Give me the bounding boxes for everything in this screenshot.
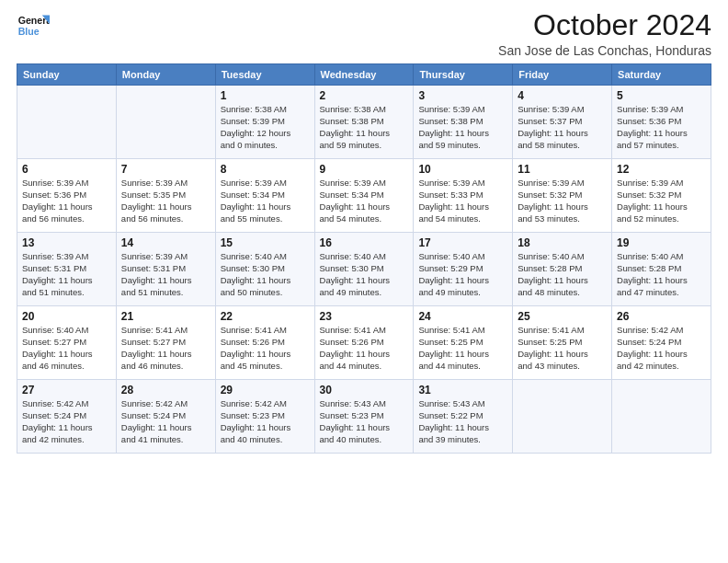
day-info: Sunrise: 5:39 AM Sunset: 5:37 PM Dayligh… — [518, 104, 607, 151]
col-header-tuesday: Tuesday — [215, 64, 314, 86]
day-number: 7 — [121, 163, 210, 176]
header-row: SundayMondayTuesdayWednesdayThursdayFrid… — [17, 64, 711, 86]
calendar-cell: 8Sunrise: 5:39 AM Sunset: 5:34 PM Daylig… — [215, 159, 314, 233]
calendar-cell: 27Sunrise: 5:42 AM Sunset: 5:24 PM Dayli… — [17, 380, 117, 454]
day-number: 22 — [221, 310, 310, 323]
col-header-thursday: Thursday — [414, 64, 513, 86]
day-info: Sunrise: 5:42 AM Sunset: 5:24 PM Dayligh… — [617, 325, 706, 372]
calendar-cell: 21Sunrise: 5:41 AM Sunset: 5:27 PM Dayli… — [116, 306, 215, 380]
day-number: 28 — [121, 384, 210, 396]
day-number: 1 — [221, 89, 310, 102]
col-header-monday: Monday — [116, 64, 215, 86]
day-number: 3 — [418, 89, 507, 102]
day-number: 21 — [121, 310, 210, 323]
day-number: 4 — [518, 89, 607, 102]
day-info: Sunrise: 5:40 AM Sunset: 5:28 PM Dayligh… — [617, 251, 706, 298]
calendar-cell: 29Sunrise: 5:42 AM Sunset: 5:23 PM Dayli… — [215, 380, 314, 454]
day-number: 24 — [418, 310, 507, 323]
calendar-cell: 31Sunrise: 5:43 AM Sunset: 5:22 PM Dayli… — [414, 380, 513, 454]
calendar-cell: 1Sunrise: 5:38 AM Sunset: 5:39 PM Daylig… — [215, 86, 314, 159]
calendar-cell: 16Sunrise: 5:40 AM Sunset: 5:30 PM Dayli… — [314, 233, 414, 306]
week-row-4: 27Sunrise: 5:42 AM Sunset: 5:24 PM Dayli… — [17, 380, 711, 454]
day-info: Sunrise: 5:40 AM Sunset: 5:30 PM Dayligh… — [221, 251, 310, 298]
day-info: Sunrise: 5:39 AM Sunset: 5:31 PM Dayligh… — [22, 251, 111, 298]
week-row-3: 20Sunrise: 5:40 AM Sunset: 5:27 PM Dayli… — [17, 306, 711, 380]
day-info: Sunrise: 5:40 AM Sunset: 5:28 PM Dayligh… — [518, 251, 607, 298]
day-info: Sunrise: 5:40 AM Sunset: 5:27 PM Dayligh… — [22, 325, 111, 372]
calendar-cell: 14Sunrise: 5:39 AM Sunset: 5:31 PM Dayli… — [116, 233, 215, 306]
day-number: 26 — [617, 310, 706, 323]
day-number: 19 — [617, 236, 706, 249]
calendar-cell: 28Sunrise: 5:42 AM Sunset: 5:24 PM Dayli… — [116, 380, 215, 454]
day-info: Sunrise: 5:39 AM Sunset: 5:36 PM Dayligh… — [22, 178, 111, 224]
calendar-cell: 30Sunrise: 5:43 AM Sunset: 5:23 PM Dayli… — [314, 380, 414, 454]
week-row-0: 1Sunrise: 5:38 AM Sunset: 5:39 PM Daylig… — [17, 86, 711, 159]
col-header-friday: Friday — [513, 64, 612, 86]
day-number: 27 — [22, 384, 111, 396]
day-info: Sunrise: 5:43 AM Sunset: 5:23 PM Dayligh… — [320, 398, 409, 445]
day-number: 25 — [518, 310, 607, 323]
day-info: Sunrise: 5:39 AM Sunset: 5:33 PM Dayligh… — [418, 178, 507, 224]
calendar-cell: 18Sunrise: 5:40 AM Sunset: 5:28 PM Dayli… — [513, 233, 612, 306]
day-number: 6 — [22, 163, 111, 176]
calendar-cell: 19Sunrise: 5:40 AM Sunset: 5:28 PM Dayli… — [612, 233, 711, 306]
day-info: Sunrise: 5:39 AM Sunset: 5:32 PM Dayligh… — [617, 178, 706, 224]
calendar-cell: 22Sunrise: 5:41 AM Sunset: 5:26 PM Dayli… — [215, 306, 314, 380]
day-info: Sunrise: 5:42 AM Sunset: 5:24 PM Dayligh… — [22, 398, 111, 445]
day-info: Sunrise: 5:41 AM Sunset: 5:26 PM Dayligh… — [221, 325, 310, 372]
col-header-saturday: Saturday — [612, 64, 711, 86]
logo: General Blue — [17, 9, 50, 42]
svg-text:Blue: Blue — [18, 26, 40, 37]
day-info: Sunrise: 5:42 AM Sunset: 5:23 PM Dayligh… — [221, 398, 310, 445]
calendar-cell: 7Sunrise: 5:39 AM Sunset: 5:35 PM Daylig… — [116, 159, 215, 233]
day-number: 15 — [221, 236, 310, 249]
day-info: Sunrise: 5:38 AM Sunset: 5:39 PM Dayligh… — [221, 104, 310, 151]
day-number: 8 — [221, 163, 310, 176]
calendar-cell — [116, 86, 215, 159]
day-info: Sunrise: 5:39 AM Sunset: 5:35 PM Dayligh… — [121, 178, 210, 224]
header: General Blue October 2024 San Jose de La… — [17, 9, 711, 58]
day-info: Sunrise: 5:41 AM Sunset: 5:25 PM Dayligh… — [418, 325, 507, 372]
day-number: 17 — [418, 236, 507, 249]
calendar-cell: 24Sunrise: 5:41 AM Sunset: 5:25 PM Dayli… — [414, 306, 513, 380]
day-info: Sunrise: 5:39 AM Sunset: 5:31 PM Dayligh… — [121, 251, 210, 298]
day-info: Sunrise: 5:39 AM Sunset: 5:34 PM Dayligh… — [221, 178, 310, 224]
week-row-2: 13Sunrise: 5:39 AM Sunset: 5:31 PM Dayli… — [17, 233, 711, 306]
day-info: Sunrise: 5:39 AM Sunset: 5:34 PM Dayligh… — [320, 178, 409, 224]
day-number: 13 — [22, 236, 111, 249]
day-number: 5 — [617, 89, 706, 102]
col-header-wednesday: Wednesday — [314, 64, 414, 86]
day-info: Sunrise: 5:43 AM Sunset: 5:22 PM Dayligh… — [418, 398, 507, 445]
day-info: Sunrise: 5:42 AM Sunset: 5:24 PM Dayligh… — [121, 398, 210, 445]
day-info: Sunrise: 5:40 AM Sunset: 5:30 PM Dayligh… — [320, 251, 409, 298]
day-number: 2 — [320, 89, 409, 102]
day-info: Sunrise: 5:39 AM Sunset: 5:36 PM Dayligh… — [617, 104, 706, 151]
day-info: Sunrise: 5:40 AM Sunset: 5:29 PM Dayligh… — [418, 251, 507, 298]
day-number: 12 — [617, 163, 706, 176]
calendar-cell: 10Sunrise: 5:39 AM Sunset: 5:33 PM Dayli… — [414, 159, 513, 233]
calendar-cell: 25Sunrise: 5:41 AM Sunset: 5:25 PM Dayli… — [513, 306, 612, 380]
calendar-cell: 12Sunrise: 5:39 AM Sunset: 5:32 PM Dayli… — [612, 159, 711, 233]
logo-icon: General Blue — [17, 9, 50, 42]
calendar-cell: 15Sunrise: 5:40 AM Sunset: 5:30 PM Dayli… — [215, 233, 314, 306]
calendar-cell: 20Sunrise: 5:40 AM Sunset: 5:27 PM Dayli… — [17, 306, 117, 380]
col-header-sunday: Sunday — [17, 64, 117, 86]
day-info: Sunrise: 5:41 AM Sunset: 5:25 PM Dayligh… — [518, 325, 607, 372]
day-number: 11 — [518, 163, 607, 176]
day-info: Sunrise: 5:39 AM Sunset: 5:38 PM Dayligh… — [418, 104, 507, 151]
day-number: 30 — [320, 384, 409, 396]
calendar-cell: 13Sunrise: 5:39 AM Sunset: 5:31 PM Dayli… — [17, 233, 117, 306]
day-number: 9 — [320, 163, 409, 176]
calendar-cell: 2Sunrise: 5:38 AM Sunset: 5:38 PM Daylig… — [314, 86, 414, 159]
day-info: Sunrise: 5:41 AM Sunset: 5:26 PM Dayligh… — [320, 325, 409, 372]
calendar-cell — [17, 86, 117, 159]
day-number: 14 — [121, 236, 210, 249]
calendar-table: SundayMondayTuesdayWednesdayThursdayFrid… — [17, 63, 711, 454]
day-number: 10 — [418, 163, 507, 176]
day-number: 23 — [320, 310, 409, 323]
calendar-cell — [612, 380, 711, 454]
month-title: October 2024 — [498, 9, 711, 41]
location-title: San Jose de Las Conchas, Honduras — [498, 43, 711, 58]
day-info: Sunrise: 5:41 AM Sunset: 5:27 PM Dayligh… — [121, 325, 210, 372]
calendar-cell: 9Sunrise: 5:39 AM Sunset: 5:34 PM Daylig… — [314, 159, 414, 233]
